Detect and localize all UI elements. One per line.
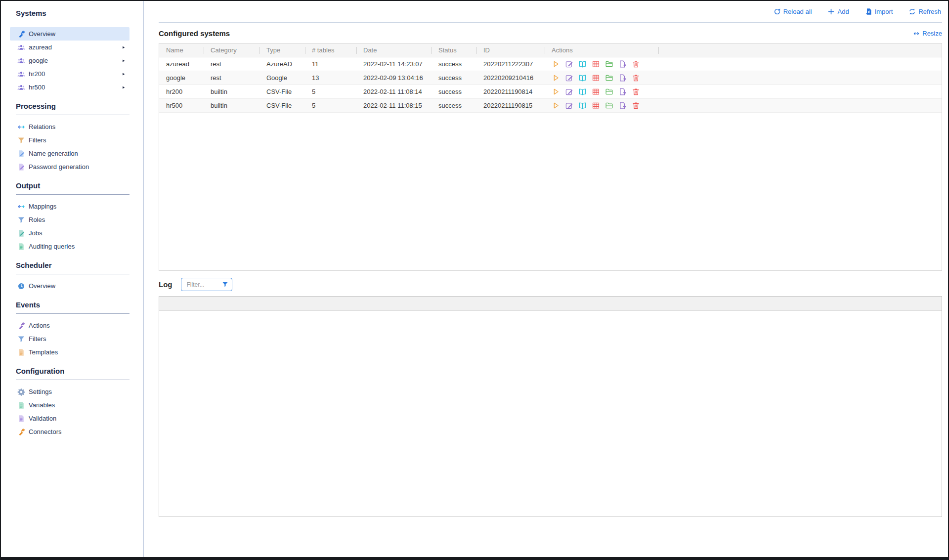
import-icon: [865, 8, 872, 15]
log-filter-input[interactable]: [186, 281, 221, 289]
sidebar-item-connectors[interactable]: Connectors: [10, 425, 129, 438]
main-panel: Reload all Add Import Refresh Configured…: [144, 1, 948, 557]
sidebar-item-validation[interactable]: Validation: [10, 412, 129, 425]
cell-type: AzureAD: [259, 57, 305, 71]
sidebar-item-name-generation[interactable]: Name generation: [10, 147, 129, 160]
gear-icon: [17, 388, 25, 396]
refresh-label: Refresh: [918, 8, 941, 15]
cell-name: hr200: [159, 85, 204, 98]
sidebar-item-roles[interactable]: Roles: [10, 213, 129, 226]
page-title: Configured systems: [159, 29, 230, 38]
column-header-type: Type: [259, 43, 305, 57]
sidebar-item-hr200[interactable]: hr200: [10, 67, 129, 81]
resize-button[interactable]: Resize: [913, 30, 942, 37]
funnel-icon: [17, 216, 25, 224]
app-window: Systems Overview azuread google hr200: [0, 0, 949, 560]
caret-right-icon: [122, 58, 126, 63]
users-icon: [17, 57, 25, 65]
sidebar-item-processing-filters[interactable]: Filters: [10, 133, 129, 147]
section-title-events: Events: [16, 301, 129, 314]
sidebar-item-label: Password generation: [29, 163, 89, 171]
sidebar-item-label: Overview: [29, 282, 55, 290]
export-icon[interactable]: [618, 60, 627, 68]
sidebar-item-label: Mappings: [29, 203, 56, 210]
table-grid-icon[interactable]: [592, 60, 600, 68]
run-icon[interactable]: [552, 101, 560, 110]
doc-icon: [17, 348, 25, 356]
open-book-icon[interactable]: [578, 60, 587, 68]
cell-date: 2022-02-11 11:08:15: [356, 99, 431, 112]
open-book-icon[interactable]: [578, 87, 587, 96]
sidebar-item-mappings[interactable]: Mappings: [10, 200, 129, 213]
doc-icon: [17, 415, 25, 423]
log-filter: [181, 278, 232, 291]
sidebar-item-variables[interactable]: Variables: [10, 398, 129, 412]
sidebar-item-auditing-queries[interactable]: Auditing queries: [10, 240, 129, 253]
sidebar-item-event-filters[interactable]: Filters: [10, 332, 129, 345]
cell-tables: 11: [305, 57, 356, 71]
table-grid-icon[interactable]: [592, 87, 600, 96]
table-grid-icon[interactable]: [592, 101, 600, 110]
sidebar-item-hr500[interactable]: hr500: [10, 81, 129, 94]
export-icon[interactable]: [618, 101, 627, 110]
sidebar-item-label: hr500: [29, 84, 45, 91]
log-panel-body: [159, 311, 942, 517]
sidebar-item-google[interactable]: google: [10, 54, 129, 67]
delete-icon[interactable]: [632, 60, 640, 68]
cell-name: hr500: [159, 99, 204, 112]
section-title-output: Output: [16, 181, 129, 195]
sidebar-item-label: Connectors: [29, 428, 61, 435]
reload-all-button[interactable]: Reload all: [774, 8, 812, 15]
cell-date: 2022-02-11 14:23:07: [356, 57, 431, 71]
run-icon[interactable]: [552, 74, 560, 82]
status-badge: success: [431, 85, 476, 98]
sidebar-item-password-generation[interactable]: Password generation: [10, 160, 129, 173]
reload-all-label: Reload all: [783, 8, 812, 15]
cell-id: 20220209210416: [476, 71, 545, 85]
add-label: Add: [837, 8, 849, 15]
import-button[interactable]: Import: [865, 8, 893, 15]
section-title-processing: Processing: [16, 102, 129, 115]
edit-icon[interactable]: [565, 101, 573, 110]
status-badge: success: [431, 99, 476, 112]
sidebar-item-settings[interactable]: Settings: [10, 385, 129, 398]
delete-icon[interactable]: [632, 87, 640, 96]
run-icon[interactable]: [552, 60, 560, 68]
sidebar-item-label: Overview: [29, 30, 55, 38]
delete-icon[interactable]: [632, 101, 640, 110]
export-icon[interactable]: [618, 74, 627, 82]
export-icon[interactable]: [618, 87, 627, 96]
sidebar-item-jobs[interactable]: Jobs: [10, 226, 129, 240]
sidebar-item-systems-overview[interactable]: Overview: [10, 27, 129, 41]
open-book-icon[interactable]: [578, 101, 587, 110]
delete-icon[interactable]: [632, 74, 640, 82]
section-title-scheduler: Scheduler: [16, 261, 129, 274]
sidebar-item-event-actions[interactable]: Actions: [10, 319, 129, 332]
add-button[interactable]: Add: [827, 8, 849, 15]
edit-icon[interactable]: [565, 87, 573, 96]
table-row: hr500 builtin CSV-File 5 2022-02-11 11:0…: [159, 99, 942, 113]
row-actions: [545, 85, 658, 98]
open-book-icon[interactable]: [578, 74, 587, 82]
sidebar-item-azuread[interactable]: azuread: [10, 41, 129, 54]
column-header-name: Name: [159, 43, 204, 57]
sidebar-item-relations[interactable]: Relations: [10, 120, 129, 133]
status-badge: success: [431, 71, 476, 85]
folder-icon[interactable]: [605, 60, 613, 68]
folder-icon[interactable]: [605, 87, 613, 96]
edit-icon[interactable]: [565, 60, 573, 68]
edit-icon[interactable]: [565, 74, 573, 82]
refresh-button[interactable]: Refresh: [908, 8, 941, 15]
filter-funnel-icon[interactable]: [222, 281, 228, 288]
sidebar-item-scheduler-overview[interactable]: Overview: [10, 279, 129, 293]
run-icon[interactable]: [552, 87, 560, 96]
folder-icon[interactable]: [605, 101, 613, 110]
folder-icon[interactable]: [605, 74, 613, 82]
cell-category: rest: [204, 71, 259, 85]
sidebar-item-templates[interactable]: Templates: [10, 345, 129, 359]
table-grid-icon[interactable]: [592, 74, 600, 82]
cell-date: 2022-02-09 13:04:16: [356, 71, 431, 85]
cell-id: 20220211222307: [476, 57, 545, 71]
configured-systems-table: Name Category Type # tables Date Status …: [159, 43, 942, 271]
resize-label: Resize: [922, 30, 942, 37]
